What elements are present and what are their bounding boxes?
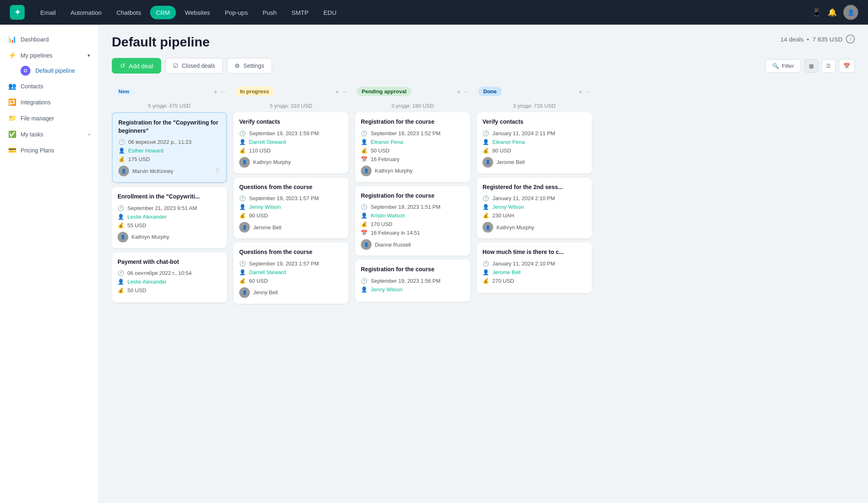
table-row[interactable]: Payment with chat-bot🕐 06 сентября 2022 … (112, 252, 227, 303)
column-add-new[interactable]: + (214, 88, 217, 95)
sidebar-item-dashboard[interactable]: 📊 Dashboard (0, 31, 98, 47)
column-more-done[interactable]: ··· (585, 88, 590, 95)
card-contact[interactable]: Darrell Steward (249, 269, 286, 275)
settings-icon: ⚙ (235, 62, 240, 69)
toolbar-right: 🔍 Filter ▦ ☰ 📅 (765, 59, 855, 73)
table-row[interactable]: Verify contacts🕐 January 11, 2024 2:11 P… (477, 112, 592, 173)
calendar-view-button[interactable]: 📅 (839, 59, 855, 73)
nav-automation[interactable]: Automation (65, 6, 108, 19)
card-due-date-row: 📅 16 February (361, 156, 464, 162)
card-title: How much time is there to c... (482, 248, 586, 256)
card-contact[interactable]: Eleanor Pena (492, 139, 525, 145)
mobile-icon[interactable]: 📱 (812, 8, 821, 17)
sidebar-item-file-manager[interactable]: 📁 File manager (0, 110, 98, 126)
card-title: Registration for the course (361, 118, 464, 126)
kanban-view-button[interactable]: ▦ (804, 59, 818, 73)
nav-crm[interactable]: CRM (150, 6, 175, 19)
card-contact[interactable]: Darrell Steward (249, 139, 286, 145)
assignee-name: Dianne Russell (375, 242, 411, 248)
card-footer: 👤Jenny Bell (239, 287, 343, 298)
card-contact[interactable]: Leslie Alexander (127, 214, 166, 220)
table-row[interactable]: How much time is there to c...🕐 January … (477, 242, 592, 293)
filter-button[interactable]: 🔍 Filter (765, 59, 801, 73)
list-view-button[interactable]: ☰ (822, 59, 836, 73)
calendar-icon: 🕐 (239, 195, 246, 201)
table-row[interactable]: Questions from the course🕐 September 19,… (233, 178, 349, 239)
card-contact[interactable]: Jenny Wilson (249, 204, 281, 210)
column-more-new[interactable]: ··· (220, 88, 225, 95)
table-row[interactable]: Registration for the course🕐 September 1… (355, 260, 470, 302)
nav-chatbots[interactable]: Chatbots (111, 6, 147, 19)
calendar-icon: 🕐 (118, 270, 124, 276)
sidebar-item-integrations[interactable]: 🔁 Integrations (0, 94, 98, 110)
column-more-pending[interactable]: ··· (464, 88, 469, 95)
assignee-name: Marvin McKinney (132, 168, 173, 174)
card-contact-row: 👤 Darrell Steward (239, 269, 343, 275)
card-contact[interactable]: Jenny Wilson (371, 286, 402, 293)
money-icon: 💰 (239, 212, 246, 219)
card-date: September 19, 2023 1:51 PM (371, 204, 441, 210)
table-row[interactable]: Registration for the course🕐 September 1… (355, 112, 470, 182)
column-add-pending[interactable]: + (457, 88, 460, 95)
table-row[interactable]: Registration for the "Copywriting for be… (112, 112, 227, 183)
sidebar-item-pipelines[interactable]: ⚡ My pipelines ▾ (0, 47, 98, 63)
nav-smtp[interactable]: SMTP (286, 6, 314, 19)
card-date: January 11, 2024 2:11 PM (492, 130, 555, 136)
card-contact[interactable]: Esther Howard (128, 148, 164, 154)
add-icon: ↺ (120, 62, 125, 69)
column-header-done: Done+··· (477, 83, 592, 99)
card-date-row: 🕐 September 19, 2023 1:57 PM (239, 195, 343, 201)
drag-handle-icon[interactable]: ⠿ (215, 167, 220, 175)
card-contact[interactable]: Jenny Wilson (492, 204, 524, 210)
info-icon[interactable]: i (846, 35, 855, 44)
money-icon: 💰 (361, 148, 367, 154)
notification-icon[interactable]: 🔔 (828, 8, 837, 17)
user-avatar[interactable]: 👤 (843, 5, 858, 20)
card-date: September 19, 2023 1:56 PM (371, 278, 441, 284)
card-contact[interactable]: Leslie Alexander (127, 279, 166, 285)
card-date-row: 🕐 06 вересня 2022 р., 11:23 (118, 139, 220, 145)
nav-edu[interactable]: EDU (318, 6, 342, 19)
nav-email[interactable]: Email (35, 6, 62, 19)
card-contact[interactable]: Eleanor Pena (371, 139, 403, 145)
sidebar-pipeline-default[interactable]: O Default pipeline (0, 63, 98, 78)
card-contact[interactable]: Jerome Bell (492, 269, 521, 275)
card-amount: 230 UAH (492, 212, 514, 219)
assignee-name: Kathryn Murphy (375, 168, 413, 174)
sidebar-label-file-manager: File manager (21, 115, 54, 122)
nav-push[interactable]: Push (257, 6, 282, 19)
table-row[interactable]: Registered for the 2nd sess...🕐 January … (477, 178, 592, 239)
card-amount: 170 USD (371, 221, 392, 227)
person-icon: 👤 (239, 139, 246, 145)
settings-label: Settings (243, 62, 264, 69)
avatar: 👤 (239, 287, 250, 298)
column-pending: Pending approval+···3 угоди: 180 USDRegi… (355, 83, 470, 304)
table-row[interactable]: Questions from the course🕐 September 19,… (233, 242, 349, 304)
card-date-row: 🕐 September 19, 2023 1:59 PM (239, 130, 343, 136)
card-date: January 11, 2024 2:10 PM (492, 195, 555, 201)
settings-button[interactable]: ⚙ Settings (227, 58, 272, 74)
integrations-icon: 🔁 (8, 98, 16, 106)
nav-popups[interactable]: Pop-ups (219, 6, 254, 19)
column-header-new: New+··· (112, 83, 227, 99)
avatar: 👤 (239, 222, 250, 233)
add-deal-label: Add deal (129, 62, 153, 69)
logo[interactable]: ✦ (10, 5, 25, 20)
column-more-inprogress[interactable]: ··· (342, 88, 347, 95)
table-row[interactable]: Enrollment in the "Copywriti...🕐 Septemb… (112, 187, 227, 248)
assignee-name: Jerome Bell (253, 224, 282, 231)
table-row[interactable]: Registration for the course🕐 September 1… (355, 186, 470, 256)
card-contact-row: 👤 Leslie Alexander (118, 214, 221, 220)
column-add-done[interactable]: + (579, 88, 582, 95)
sidebar-item-my-tasks[interactable]: ✅ My tasks ‹ (0, 126, 98, 142)
nav-websites[interactable]: Websites (179, 6, 216, 19)
column-add-inprogress[interactable]: + (335, 88, 339, 95)
sidebar-item-contacts[interactable]: 👥 Contacts (0, 78, 98, 94)
closed-deals-button[interactable]: ☑ Closed deals (165, 58, 223, 74)
table-row[interactable]: Verify contacts🕐 September 19, 2023 1:59… (233, 112, 349, 173)
card-contact[interactable]: Kristin Watson (371, 212, 405, 219)
sidebar-item-pricing[interactable]: 💳 Pricing Plans (0, 142, 98, 158)
add-deal-button[interactable]: ↺ Add deal (112, 58, 161, 74)
avatar: 👤 (361, 239, 372, 250)
page-toolbar: ↺ Add deal ☑ Closed deals ⚙ Settings 🔍 F… (112, 58, 855, 74)
